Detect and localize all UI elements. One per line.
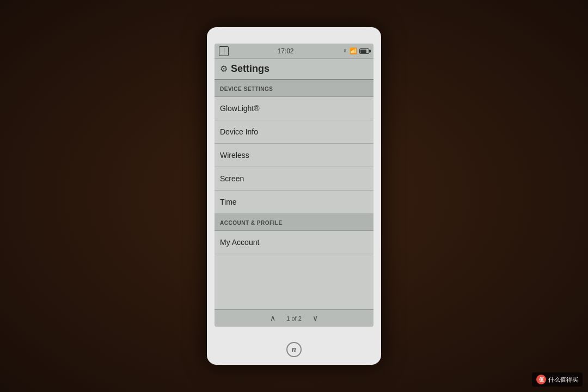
wireless-item[interactable]: Wireless: [215, 144, 373, 167]
book-icon: [219, 46, 229, 56]
device-info-label: Device Info: [220, 127, 258, 136]
screen-item[interactable]: Screen: [215, 167, 373, 191]
clock: 17:02: [277, 47, 293, 55]
device-settings-header: DEVICE SETTINGS: [215, 80, 373, 97]
prev-page-button[interactable]: ∧: [270, 314, 275, 323]
glowlight-item[interactable]: GlowLight®: [215, 97, 373, 120]
my-account-label: My Account: [220, 238, 259, 247]
status-right: ♀ 📶: [342, 47, 369, 55]
battery-fill: [360, 50, 366, 53]
glowlight-label: GlowLight®: [220, 104, 260, 113]
nook-logo: n: [286, 342, 302, 357]
time-item[interactable]: Time: [215, 191, 373, 214]
footer-nav: ∧ 1 of 2 ∨: [215, 309, 373, 327]
settings-title: Settings: [231, 63, 270, 75]
device-bottom: n: [207, 342, 381, 357]
account-profile-label: ACCOUNT & PROFILE: [220, 220, 283, 226]
battery-icon: [359, 48, 369, 54]
watermark: 值 什么值得买: [532, 372, 583, 387]
time-label: Time: [220, 198, 237, 206]
device-frame: 17:02 ♀ 📶 ⚙ Settings DEVICE SETTINGS Glo…: [207, 27, 381, 365]
settings-header: ⚙ Settings: [215, 59, 373, 80]
gear-icon: ⚙: [220, 64, 228, 74]
wifi-icon: 📶: [350, 47, 357, 54]
screen-label: Screen: [220, 174, 244, 183]
device-settings-label: DEVICE SETTINGS: [220, 86, 273, 92]
wireless-label: Wireless: [220, 151, 249, 160]
device-screen: 17:02 ♀ 📶 ⚙ Settings DEVICE SETTINGS Glo…: [215, 44, 373, 327]
person-icon: ♀: [342, 47, 347, 55]
page-indicator: 1 of 2: [286, 315, 302, 322]
account-profile-header: ACCOUNT & PROFILE: [215, 214, 373, 231]
my-account-item[interactable]: My Account: [215, 231, 373, 254]
content-area: DEVICE SETTINGS GlowLight® Device Info W…: [215, 80, 373, 309]
nook-n-letter: n: [292, 345, 296, 354]
watermark-text: 什么值得买: [548, 376, 578, 384]
status-bar: 17:02 ♀ 📶: [215, 44, 373, 59]
device-info-item[interactable]: Device Info: [215, 120, 373, 144]
next-page-button[interactable]: ∨: [313, 314, 318, 323]
watermark-icon: 值: [536, 375, 546, 384]
status-left: [219, 46, 229, 56]
